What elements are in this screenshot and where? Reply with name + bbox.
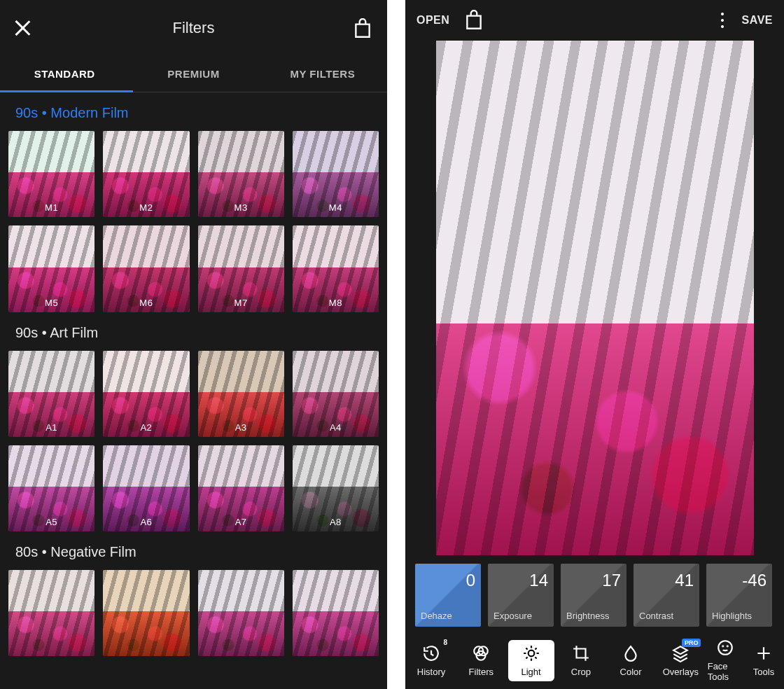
thumb-label: A8 xyxy=(293,517,379,527)
adjust-label: Contrast xyxy=(639,611,694,627)
adjust-label: Brightness xyxy=(566,611,621,627)
history-count: 8 xyxy=(443,639,447,646)
thumb-label: A3 xyxy=(198,422,284,433)
filter-thumb[interactable] xyxy=(8,570,94,656)
close-icon[interactable] xyxy=(13,18,32,38)
filter-section-title[interactable]: 80s • Negative Film xyxy=(6,531,382,570)
thumb-label: M2 xyxy=(103,202,189,213)
photo-preview[interactable] xyxy=(436,41,754,555)
photo-content xyxy=(436,41,754,555)
tool-filters[interactable]: Filters xyxy=(458,640,504,681)
tool-light[interactable]: Light xyxy=(508,640,554,681)
adjust-value: 41 xyxy=(639,569,694,590)
adjust-highlights[interactable]: -46Highlights xyxy=(706,564,772,627)
filter-thumb[interactable] xyxy=(293,570,379,656)
filter-thumb-a6[interactable]: A6 xyxy=(103,445,189,531)
thumb-label: A4 xyxy=(293,422,379,433)
adjust-value: 14 xyxy=(493,569,548,590)
tab-standard[interactable]: STANDARD xyxy=(0,56,129,92)
filter-thumb-m6[interactable]: M6 xyxy=(103,225,189,312)
tool-label: Overlays xyxy=(663,667,699,677)
filters-header: Filters xyxy=(0,0,387,56)
filters-icon xyxy=(472,644,490,662)
filter-thumb-m5[interactable]: M5 xyxy=(8,225,94,312)
adjust-brightness[interactable]: 17Brightness xyxy=(561,564,626,627)
filter-thumb-a5[interactable]: A5 xyxy=(8,445,94,531)
filters-title: Filters xyxy=(173,19,215,37)
light-adjustments-row[interactable]: 0Dehaze14Exposure17Brightness41Contrast-… xyxy=(405,555,784,627)
filter-thumb-m4[interactable]: M4 xyxy=(293,131,379,217)
thumb-label: A6 xyxy=(103,517,189,527)
tool-label: Tools xyxy=(753,667,774,677)
thumb-label: A2 xyxy=(103,422,189,433)
open-button[interactable]: OPEN xyxy=(416,14,449,27)
adjust-contrast[interactable]: 41Contrast xyxy=(634,564,699,627)
filter-thumb-a7[interactable]: A7 xyxy=(198,445,284,531)
thumb-label: M6 xyxy=(103,298,189,308)
shopping-bag-icon[interactable] xyxy=(465,10,483,31)
adjust-dehaze[interactable]: 0Dehaze xyxy=(415,564,481,627)
tab-my-filters[interactable]: MY FILTERS xyxy=(258,56,387,92)
filter-thumb[interactable] xyxy=(198,570,284,656)
store-button[interactable] xyxy=(354,18,372,39)
filters-list[interactable]: 90s • Modern FilmM1M2M3M4M5M6M7M890s • A… xyxy=(0,92,387,689)
thumb-label: M4 xyxy=(293,202,379,213)
filter-thumb-grid: M1M2M3M4M5M6M7M8 xyxy=(6,131,382,312)
filter-section-title[interactable]: 90s • Art Film xyxy=(6,312,382,351)
adjust-exposure[interactable]: 14Exposure xyxy=(488,564,554,627)
tool-face-tools[interactable]: Face Tools xyxy=(708,634,743,686)
filter-thumb-a3[interactable]: A3 xyxy=(198,351,284,437)
tab-premium[interactable]: PREMIUM xyxy=(129,56,258,92)
shopping-bag-icon xyxy=(354,18,372,39)
filter-thumb-m3[interactable]: M3 xyxy=(198,131,284,217)
thumb-label: M3 xyxy=(198,202,284,213)
crop-icon xyxy=(572,644,590,662)
filter-thumb-grid xyxy=(6,570,382,656)
thumb-label: A5 xyxy=(8,517,94,527)
thumb-preview xyxy=(8,570,94,656)
adjust-label: Exposure xyxy=(493,611,548,627)
tool-overlays[interactable]: PROOverlays xyxy=(657,640,704,681)
editor-header: OPEN SAVE xyxy=(405,0,784,41)
filter-thumb[interactable] xyxy=(103,570,189,656)
adjust-label: Dehaze xyxy=(421,611,475,627)
tool-label: Color xyxy=(620,667,642,677)
tool-label: Crop xyxy=(571,667,591,677)
tool-label: Face Tools xyxy=(708,661,743,682)
tool-crop[interactable]: Crop xyxy=(558,640,604,681)
svg-point-6 xyxy=(727,646,727,646)
filter-thumb-m2[interactable]: M2 xyxy=(103,131,189,217)
tool-label: History xyxy=(417,667,445,677)
adjust-value: -46 xyxy=(712,569,766,590)
thumb-label: A7 xyxy=(198,517,284,527)
filter-thumb-a4[interactable]: A4 xyxy=(293,351,379,437)
svg-point-3 xyxy=(528,650,534,656)
thumb-label: M5 xyxy=(8,298,94,308)
filter-thumb-m7[interactable]: M7 xyxy=(198,225,284,312)
svg-point-5 xyxy=(722,646,723,646)
adjust-value: 0 xyxy=(421,569,475,590)
tool-label: Light xyxy=(521,667,540,677)
editor-toolbar: 8HistoryFiltersLightCropColorPROOverlays… xyxy=(405,632,784,689)
save-button[interactable]: SAVE xyxy=(742,14,773,27)
filter-thumb-grid: A1A2A3A4A5A6A7A8 xyxy=(6,351,382,532)
filter-section-title[interactable]: 90s • Modern Film xyxy=(6,92,382,131)
thumb-preview xyxy=(293,570,379,656)
light-icon xyxy=(522,644,540,662)
filter-thumb-a1[interactable]: A1 xyxy=(8,351,94,437)
face-icon xyxy=(716,639,734,657)
filter-thumb-m8[interactable]: M8 xyxy=(293,225,379,312)
thumb-label: A1 xyxy=(8,422,94,433)
filter-thumb-a8[interactable]: A8 xyxy=(293,445,379,531)
editor-screen: OPEN SAVE 0Dehaze14Exposure17Brightness4… xyxy=(405,0,784,689)
thumb-label: M8 xyxy=(293,298,379,308)
tool-color[interactable]: Color xyxy=(608,640,654,681)
plus-icon xyxy=(755,644,773,662)
tool-tools[interactable]: Tools xyxy=(746,640,781,681)
tool-history[interactable]: 8History xyxy=(408,640,454,681)
filter-thumb-m1[interactable]: M1 xyxy=(8,131,94,217)
filter-thumb-a2[interactable]: A2 xyxy=(103,351,189,437)
more-menu-icon[interactable] xyxy=(718,10,727,31)
thumb-preview xyxy=(198,570,284,656)
svg-point-4 xyxy=(718,641,732,655)
